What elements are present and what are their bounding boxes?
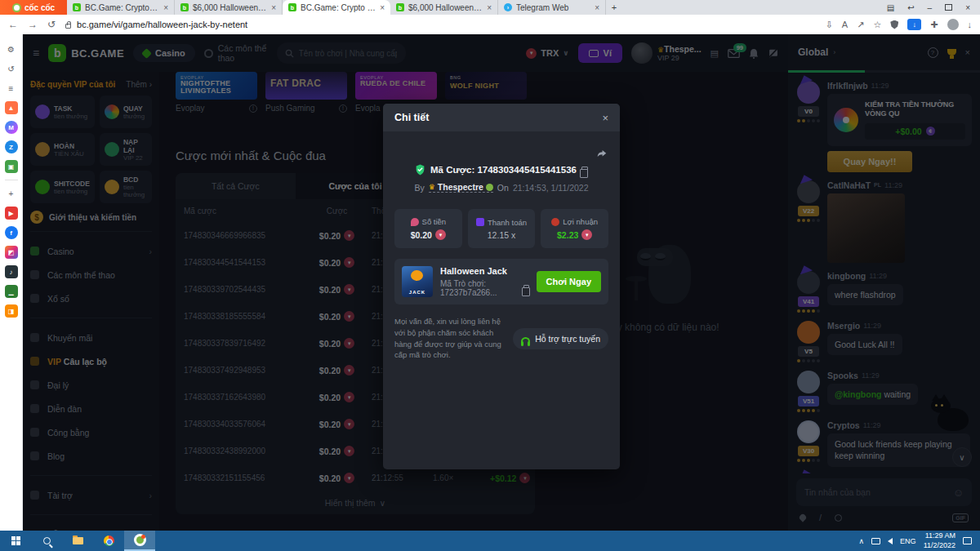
game-card: Halloween Jack Mã Trò chơi: 17237b7a266.… bbox=[394, 259, 608, 304]
share-icon[interactable] bbox=[595, 148, 608, 159]
apps-icon[interactable]: ◩ bbox=[5, 246, 18, 259]
browser-tab-bar: cốc cốc bBC.Game: Crypto Casino Gan× b$6… bbox=[0, 0, 980, 15]
messenger-icon[interactable]: M bbox=[5, 121, 18, 134]
stat-amount: Số tiền $0.20▾ bbox=[394, 209, 462, 248]
taskbar-search-icon[interactable] bbox=[31, 531, 62, 551]
trx-coin-icon: ▾ bbox=[435, 229, 446, 240]
bet-author-row: By ♛Thespectre On 21:14:53, 1/11/2022 bbox=[383, 182, 620, 193]
stat-payout: Thanh toán 12.15 x bbox=[468, 209, 536, 248]
verified-shield-icon bbox=[415, 164, 425, 176]
hot-news-flame-icon[interactable]: ▲ bbox=[5, 101, 18, 114]
bcgame-favicon: b bbox=[73, 3, 81, 11]
download-button[interactable]: ↓ bbox=[907, 19, 921, 30]
profile-avatar[interactable] bbox=[947, 19, 959, 30]
reading-list-icon[interactable]: ▤ bbox=[887, 3, 894, 12]
adblock-shield-icon[interactable] bbox=[890, 20, 898, 29]
close-icon[interactable]: × bbox=[163, 3, 168, 12]
tab-slot-battle-1[interactable]: b$6,000 Halloween Slot Battle× bbox=[175, 0, 283, 15]
save-page-icon[interactable]: ⇩ bbox=[826, 20, 833, 30]
taskbar-clock[interactable]: 11:29 AM11/2/2022 bbox=[924, 531, 956, 550]
add-shortcut-icon[interactable]: + bbox=[5, 187, 18, 200]
shop-cart-icon[interactable]: ◨ bbox=[5, 304, 18, 318]
translate-icon[interactable]: A bbox=[842, 20, 848, 29]
bcgame-favicon: b bbox=[180, 3, 189, 11]
close-icon[interactable]: × bbox=[602, 112, 608, 124]
bet-datetime: 21:14:53, 1/11/2022 bbox=[513, 183, 589, 193]
bet-author-link[interactable]: ♛Thespectre bbox=[429, 182, 493, 193]
minimize-button[interactable]: – bbox=[928, 3, 933, 12]
start-button[interactable] bbox=[0, 531, 31, 551]
games-icon[interactable]: ▣ bbox=[5, 160, 18, 173]
forward-icon[interactable]: → bbox=[28, 19, 38, 30]
game-title: Halloween Jack bbox=[440, 266, 529, 276]
share-icon[interactable]: ↗ bbox=[857, 20, 864, 30]
bookmark-star-icon[interactable]: ☆ bbox=[873, 20, 881, 30]
profit-icon bbox=[551, 218, 559, 226]
amount-icon bbox=[411, 218, 419, 226]
headset-icon bbox=[521, 337, 530, 343]
modal-header: Chi tiết × bbox=[383, 104, 620, 131]
coccoc-brand[interactable]: cốc cốc bbox=[0, 0, 67, 15]
url-text: bc.game/vi/game/halloween-jack-by-netent bbox=[77, 20, 247, 29]
copy-icon[interactable] bbox=[581, 167, 588, 174]
copy-icon[interactable] bbox=[523, 285, 529, 292]
facebook-icon[interactable]: f bbox=[5, 226, 18, 239]
notification-center-icon[interactable] bbox=[963, 537, 972, 544]
close-icon[interactable]: × bbox=[271, 3, 276, 12]
page-viewport: ≡ b BC.GAME Casino Các môn thể thao ▾ TR… bbox=[23, 34, 980, 531]
address-bar-actions: ⇩ A ↗ ☆ ↓ ✚ ↓ bbox=[826, 19, 972, 30]
window-controls: ▤ ↩ – × bbox=[877, 0, 980, 15]
close-window-button[interactable]: × bbox=[965, 3, 970, 12]
bet-stats: Số tiền $0.20▾ Thanh toán 12.15 x Lợi nh… bbox=[383, 209, 620, 248]
bet-details-modal: Chi tiết × Mã Cược: 1748303445415441536 … bbox=[383, 104, 620, 469]
browser-side-dock: ⚙ ↺ ≡ ▲ M Z ▣ + ▶ f ◩ ♪ ▁ ◨ bbox=[0, 34, 23, 531]
history-icon[interactable]: ↺ bbox=[5, 62, 18, 75]
close-icon[interactable]: × bbox=[380, 3, 385, 12]
payout-card-icon bbox=[476, 218, 484, 226]
bet-id-text: Mã Cược: 1748303445415441536 bbox=[430, 165, 577, 175]
tab-telegram[interactable]: ›Telegram Web× bbox=[498, 0, 606, 15]
tab-restore-icon[interactable]: ↩ bbox=[907, 3, 914, 12]
modal-footer: Mọi vấn đề, xin vui lòng liên hệ với bộ … bbox=[383, 304, 620, 361]
coccoc-logo-icon bbox=[12, 3, 21, 12]
game-thumbnail[interactable] bbox=[402, 266, 433, 297]
dock-divider bbox=[5, 180, 18, 180]
close-icon[interactable]: × bbox=[595, 3, 599, 12]
play-now-button[interactable]: Chơi Ngay bbox=[537, 271, 602, 292]
tab-bcgame-2-active[interactable]: bBC.Game: Crypto Casino Gan× bbox=[283, 0, 390, 15]
extensions-icon[interactable]: ✚ bbox=[930, 20, 938, 30]
reload-icon[interactable]: ↺ bbox=[47, 19, 56, 30]
support-note: Mọi vấn đề, xin vui lòng liên hệ với bộ … bbox=[394, 316, 505, 361]
volume-icon[interactable] bbox=[888, 538, 893, 544]
modal-title: Chi tiết bbox=[394, 112, 429, 123]
stocks-icon[interactable]: ▁ bbox=[5, 285, 18, 298]
new-tab-button[interactable]: + bbox=[606, 0, 622, 15]
youtube-icon[interactable]: ▶ bbox=[5, 207, 18, 220]
downloads-icon[interactable]: ↓ bbox=[968, 20, 973, 29]
network-icon[interactable] bbox=[871, 538, 880, 544]
maximize-button[interactable] bbox=[945, 4, 952, 11]
zalo-icon[interactable]: Z bbox=[5, 140, 18, 153]
tiktok-icon[interactable]: ♪ bbox=[5, 265, 18, 278]
settings-gear-icon[interactable]: ⚙ bbox=[5, 42, 18, 56]
stat-profit: Lợi nhuận $2.23▾ bbox=[541, 209, 608, 248]
file-explorer-icon[interactable] bbox=[62, 531, 93, 551]
tray-expand-icon[interactable]: ∧ bbox=[859, 537, 865, 545]
language-indicator[interactable]: ENG bbox=[900, 537, 916, 545]
telegram-favicon: › bbox=[504, 3, 512, 11]
url-field[interactable]: bc.game/vi/game/halloween-jack-by-netent bbox=[65, 20, 670, 29]
tab-bcgame-1[interactable]: bBC.Game: Crypto Casino Gan× bbox=[67, 0, 175, 15]
trx-coin-icon: ▾ bbox=[581, 229, 592, 240]
frog-icon bbox=[486, 184, 493, 191]
bcgame-favicon: b bbox=[396, 3, 404, 11]
back-icon[interactable]: ← bbox=[8, 19, 18, 30]
tab-slot-battle-2[interactable]: b$6,000 Halloween Slot Battle× bbox=[390, 0, 498, 15]
bcgame-favicon: b bbox=[288, 3, 296, 11]
feed-icon[interactable]: ≡ bbox=[5, 82, 18, 95]
system-tray: ∧ ENG 11:29 AM11/2/2022 bbox=[859, 531, 980, 550]
close-icon[interactable]: × bbox=[487, 3, 492, 12]
game-id-row: Mã Trò chơi: 17237b7a266... bbox=[440, 279, 529, 297]
coccoc-taskbar-icon[interactable] bbox=[124, 531, 155, 551]
chrome-icon[interactable] bbox=[93, 531, 124, 551]
live-support-button[interactable]: Hỗ trợ trực tuyến bbox=[513, 328, 608, 349]
